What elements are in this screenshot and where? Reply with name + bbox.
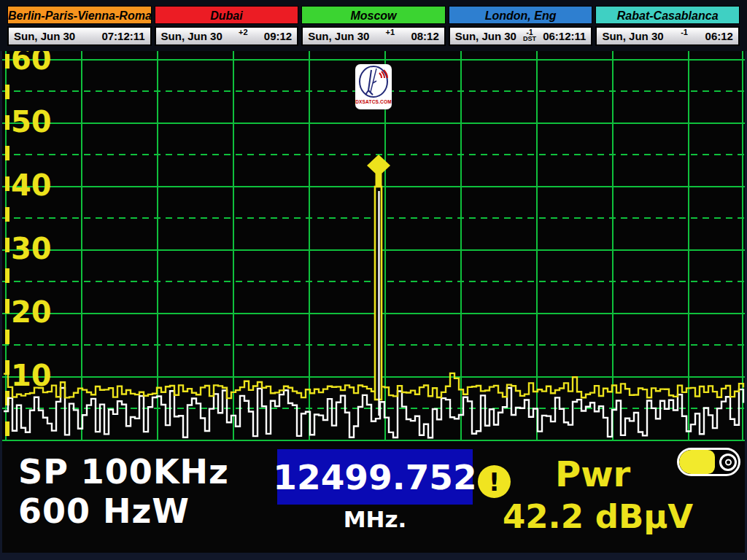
- readout-panel: SP 100KHz 600 HzW 12499.752 MHz. ! Pwr 4…: [2, 445, 745, 553]
- clock-moscow: Moscow Sun, Jun 30 +1 08:12: [301, 6, 446, 51]
- battery-icon: [677, 448, 740, 476]
- clock-date: Sun, Jun 30: [161, 30, 222, 42]
- power-value: 42.2 dBµV: [503, 497, 693, 536]
- clock-city-label: Rabat-Casablanca: [595, 6, 740, 24]
- battery-terminal-inner: [725, 459, 732, 465]
- clock-time: 06:12:11: [543, 30, 586, 42]
- spectrum-traces: [4, 373, 743, 438]
- clock-time-cell: Sun, Jun 30 -1 06:12: [595, 26, 740, 46]
- bandwidth-label: 600 HzW: [18, 491, 190, 531]
- clock-rabat: Rabat-Casablanca Sun, Jun 30 -1 06:12: [595, 6, 740, 51]
- span-label: SP 100KHz: [18, 452, 229, 491]
- clock-time-cell: Sun, Jun 30 07:12:11: [7, 26, 152, 46]
- y-axis-labels: 60 50 40 30 20 10: [11, 51, 52, 392]
- clock-date: Sun, Jun 30: [602, 30, 663, 42]
- tick-label-10: 10: [11, 359, 52, 392]
- clock-time: 09:12: [264, 30, 292, 42]
- clock-city-label: Berlin-Paris-Vienna-Roma: [7, 6, 152, 24]
- frequency-value: 12499.752: [273, 457, 476, 497]
- tick-label-50: 50: [11, 105, 52, 139]
- clock-city-label: Moscow: [301, 6, 446, 24]
- clock-city-label: Dubai: [155, 6, 299, 24]
- battery-fill-level: [679, 450, 715, 474]
- warning-icon[interactable]: !: [478, 465, 511, 498]
- clock-time: 06:12: [705, 30, 733, 42]
- frequency-unit-label: MHz.: [277, 506, 473, 532]
- clock-utc-offset: +2: [239, 28, 248, 36]
- satellite-dish-icon: [357, 64, 390, 101]
- grid: [2, 51, 745, 440]
- clock-time: 08:12: [411, 30, 438, 42]
- tick-label-40: 40: [11, 168, 52, 202]
- clock-dst-offset: -1 DST: [523, 30, 536, 42]
- power-label: Pwr: [555, 454, 630, 494]
- clock-time: 07:12:11: [101, 30, 144, 42]
- clock-utc-offset: +1: [386, 28, 395, 36]
- clock-city-label: London, Eng: [449, 6, 593, 24]
- clock-date: Sun, Jun 30: [14, 30, 75, 42]
- world-clock-bar: Berlin-Paris-Vienna-Roma Sun, Jun 30 07:…: [0, 0, 747, 51]
- clock-london: London, Eng Sun, Jun 30 -1 DST 06:12:11: [449, 6, 593, 51]
- clock-time-cell: Sun, Jun 30 +1 08:12: [301, 26, 446, 46]
- clock-berlin: Berlin-Paris-Vienna-Roma Sun, Jun 30 07:…: [7, 6, 152, 51]
- clock-dubai: Dubai Sun, Jun 30 +2 09:12: [155, 6, 299, 51]
- clock-date: Sun, Jun 30: [455, 30, 516, 42]
- clock-time-cell: Sun, Jun 30 -1 DST 06:12:11: [449, 26, 593, 46]
- tick-label-20: 20: [11, 295, 52, 329]
- tick-label-30: 30: [11, 232, 52, 265]
- frequency-display[interactable]: 12499.752: [277, 449, 473, 505]
- peak-marker-diamond: [367, 155, 390, 176]
- spectrum-display: 60 50 40 30 20 10 DXSATCS.COM: [2, 51, 745, 445]
- clock-utc-offset: -1: [681, 28, 688, 36]
- clock-date: Sun, Jun 30: [308, 30, 369, 42]
- logo-text: DXSATCS.COM: [355, 99, 392, 104]
- clock-time-cell: Sun, Jun 30 +2 09:12: [155, 26, 299, 46]
- dxsatcs-logo: DXSATCS.COM: [355, 64, 392, 109]
- tick-label-60: 60: [11, 51, 52, 76]
- spectrum-plot: 60 50 40 30 20 10: [2, 51, 745, 445]
